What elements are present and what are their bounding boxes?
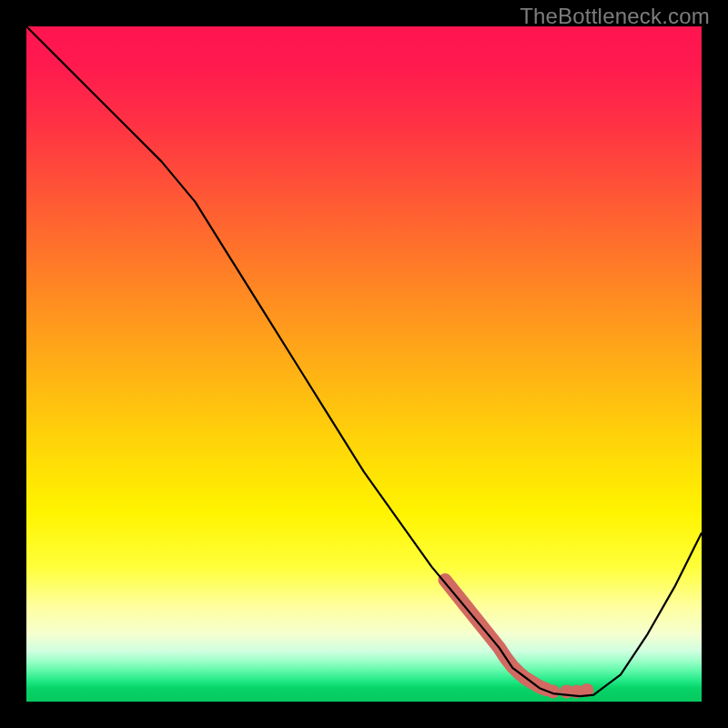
highlight-stroke: [445, 580, 546, 689]
plot-area: [26, 26, 702, 702]
bottleneck-curve: [26, 26, 702, 696]
chart-svg: [26, 26, 702, 702]
chart-frame: TheBottleneck.com: [0, 0, 728, 728]
watermark-text: TheBottleneck.com: [520, 4, 710, 29]
highlight-series: [445, 580, 593, 698]
